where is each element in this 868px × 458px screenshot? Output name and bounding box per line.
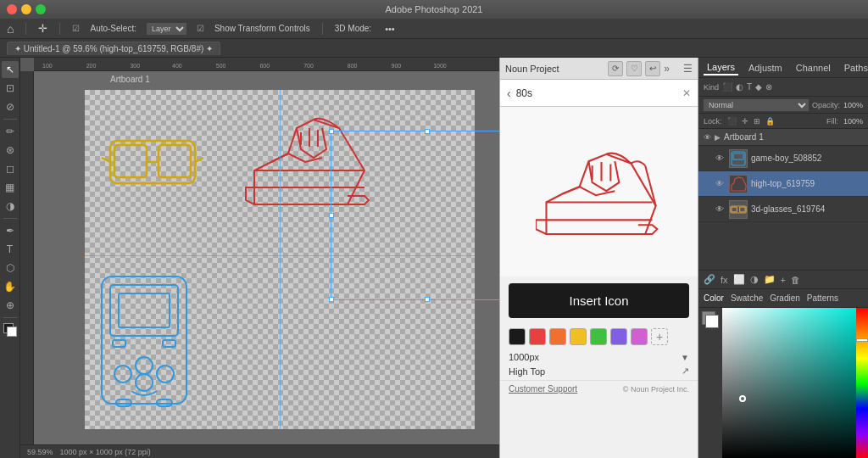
color-picker[interactable] <box>722 308 856 458</box>
kind-filter-type[interactable]: T <box>747 82 752 92</box>
artboard-group-header[interactable]: 👁 ▶ Artboard 1 <box>698 129 868 146</box>
kind-label: Kind <box>704 83 719 92</box>
resize-handle-tl[interactable] <box>329 129 334 134</box>
delete-layer-button[interactable]: 🗑 <box>791 275 800 285</box>
ruler-left: 12345678 <box>20 71 34 458</box>
layer-mask-button[interactable]: ⬜ <box>733 274 745 285</box>
color-swatch-red[interactable] <box>529 328 546 345</box>
tab-layers[interactable]: Layers <box>704 60 738 75</box>
crop-tool[interactable]: ⊡ <box>2 80 19 97</box>
color-swatch-orange[interactable] <box>549 328 566 345</box>
fill-value[interactable]: 100% <box>843 117 863 126</box>
autoselect-checkbox[interactable]: ☑ <box>72 24 80 33</box>
kind-filter-shape[interactable]: ◆ <box>755 82 762 92</box>
minimize-button[interactable] <box>21 4 31 14</box>
eraser-tool[interactable]: ◻ <box>2 160 19 177</box>
pen-tool[interactable]: ✒ <box>2 222 19 239</box>
layer-item-gameboy[interactable]: 👁 game-boy_508852 <box>698 146 868 171</box>
noun-back-button[interactable]: ‹ <box>507 87 511 100</box>
kind-filter-adjust[interactable]: ◐ <box>736 82 743 92</box>
noun-share-icon[interactable]: ↗ <box>682 366 689 377</box>
maximize-button[interactable] <box>36 4 46 14</box>
select-tool[interactable]: ↖ <box>2 61 19 78</box>
noun-panel-btn-1[interactable]: ⟳ <box>608 61 623 76</box>
dodge-tool[interactable]: ◑ <box>2 198 19 215</box>
layer-thumb-3dglasses <box>729 200 748 219</box>
group-chevron[interactable]: ▶ <box>715 133 721 142</box>
tab-paths[interactable]: Paths <box>841 61 868 75</box>
spectrum-handle[interactable] <box>856 338 868 342</box>
foreground-color[interactable] <box>2 321 19 338</box>
noun-panel-btn-3[interactable]: ↩ <box>645 61 660 76</box>
tab-patterns[interactable]: Patterns <box>807 293 838 303</box>
right-panels: Layers Adjustm Channel Paths Kind ⬛ ◐ T … <box>698 58 868 458</box>
noun-panel-expand[interactable]: » <box>664 63 670 75</box>
color-swatch-purple[interactable] <box>610 328 627 345</box>
lock-pixels-icon[interactable]: ⬛ <box>727 117 737 126</box>
move-tool-icon[interactable]: ✛ <box>38 22 47 35</box>
canvas-content[interactable]: Artboard 1 <box>34 71 499 444</box>
brush-tool[interactable]: ✏ <box>2 123 19 140</box>
autoselect-dropdown[interactable]: Layer <box>147 23 186 35</box>
color-add-button[interactable]: + <box>651 328 668 345</box>
lock-position-icon[interactable]: ✛ <box>742 117 748 126</box>
tab-color[interactable]: Color <box>704 293 724 303</box>
eye-icon-gameboy[interactable]: 👁 <box>715 154 726 163</box>
layers-kind-row: Kind ⬛ ◐ T ◆ ⊗ <box>698 78 868 97</box>
color-swatch-green[interactable] <box>590 328 607 345</box>
noun-project-panel: Noun Project ⟳ ♡ ↩ » ☰ ‹ 80s ✕ <box>499 58 698 458</box>
opacity-value[interactable]: 100% <box>843 101 863 109</box>
lock-all-icon[interactable]: 🔒 <box>765 117 775 126</box>
path-tool[interactable]: ⬡ <box>2 260 19 276</box>
menu-separator <box>25 23 26 35</box>
tab-gradients[interactable]: Gradien <box>770 293 800 303</box>
new-layer-button[interactable]: + <box>781 275 786 285</box>
color-swatch-black[interactable] <box>509 328 526 345</box>
clone-tool[interactable]: ⊛ <box>2 142 19 159</box>
canvas-area[interactable]: 100 200 300 400 500 600 700 800 900 1000… <box>20 58 499 458</box>
resize-handle-ml[interactable] <box>329 213 334 218</box>
noun-panel-btn-2[interactable]: ♡ <box>626 61 642 76</box>
resize-handle-bl[interactable] <box>329 297 334 302</box>
eye-icon-artboard[interactable]: 👁 <box>704 133 711 142</box>
layer-item-3dglasses[interactable]: 👁 3d-glasses_619764 <box>698 197 868 222</box>
tab-channels[interactable]: Channel <box>793 61 834 75</box>
gradient-tool[interactable]: ▦ <box>2 179 19 196</box>
text-tool[interactable]: T <box>2 241 19 258</box>
layer-item-hightop[interactable]: 👁 high-top_619759 <box>698 171 868 197</box>
lock-artboard-icon[interactable]: ⊞ <box>754 117 760 126</box>
noun-search-clear[interactable]: ✕ <box>682 87 691 99</box>
background-color-box[interactable] <box>705 315 719 328</box>
kind-filter-pixel[interactable]: ⬛ <box>722 82 732 92</box>
noun-panel-menu[interactable]: ☰ <box>683 63 693 75</box>
more-options[interactable]: ••• <box>381 22 398 36</box>
kind-filter-smart[interactable]: ⊗ <box>765 82 772 92</box>
close-button[interactable] <box>7 4 17 14</box>
eye-icon-3dglasses[interactable]: 👁 <box>715 204 726 214</box>
tab-adjustments[interactable]: Adjustm <box>745 61 786 75</box>
link-layers-button[interactable]: 🔗 <box>704 274 715 285</box>
blend-mode-select[interactable]: Normal Multiply Screen <box>704 99 809 111</box>
hand-tool[interactable]: ✋ <box>2 278 19 295</box>
document-tab[interactable]: ✦ Untitled-1 @ 59.6% (high-top_619759, R… <box>7 42 220 55</box>
tab-swatches[interactable]: Swatche <box>731 293 763 303</box>
eyedropper-tool[interactable]: ⊘ <box>2 98 19 115</box>
layer-group-button[interactable]: 📁 <box>764 274 776 285</box>
zoom-tool[interactable]: ⊕ <box>2 297 19 314</box>
color-swatch-yellow[interactable] <box>570 328 587 345</box>
customer-support-link[interactable]: Customer Support <box>509 384 577 394</box>
resize-handle-tm[interactable] <box>425 129 430 134</box>
artboard[interactable] <box>85 90 475 429</box>
home-icon[interactable]: ⌂ <box>7 22 14 36</box>
eye-icon-hightop[interactable]: 👁 <box>715 179 726 188</box>
transform-checkbox[interactable]: ☑ <box>197 24 204 33</box>
layer-effects-button[interactable]: fx <box>721 275 728 285</box>
main-layout: ↖ ⊡ ⊘ ✏ ⊛ ◻ ▦ ◑ ✒ T ⬡ ✋ ⊕ 100 200 300 40… <box>0 58 868 458</box>
color-spectrum[interactable] <box>856 308 868 458</box>
color-swatch-pink[interactable] <box>631 328 648 345</box>
resize-handle-bm[interactable] <box>425 297 430 302</box>
crosshair-vertical <box>280 90 281 429</box>
noun-size-selector[interactable]: 1000px ▼ <box>500 349 698 364</box>
insert-icon-button[interactable]: Insert Icon <box>509 283 689 318</box>
adjustment-layer-button[interactable]: ◑ <box>750 274 759 285</box>
